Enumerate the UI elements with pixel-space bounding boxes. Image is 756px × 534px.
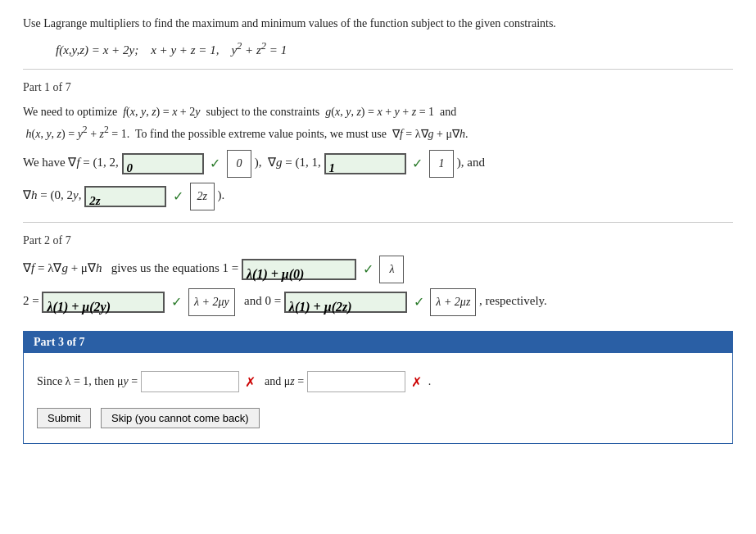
muy-input[interactable] [141, 371, 239, 392]
part1-section: Part 1 of 7 We need to optimize f(x, y, … [23, 81, 733, 210]
check4-icon: ✓ [363, 262, 373, 276]
eq2-answer-box: λ + 2μy [188, 288, 235, 316]
submit-button[interactable]: Submit [37, 408, 91, 428]
cross2-icon: ✗ [411, 375, 422, 389]
part3-body: Since λ = 1, then μy = ✗ and μz = ✗ . Su… [24, 353, 732, 443]
input3-filled: 2z [84, 186, 166, 207]
instruction-text: Use Lagrange multipliers to find the max… [23, 15, 733, 32]
formula-display: f(x,y,z) = x + 2y; x + y + z = 1, y2 + z… [56, 40, 733, 57]
part3-label: Part 3 of 7 [34, 336, 85, 348]
check2-icon: ✓ [412, 156, 423, 170]
check3-icon: ✓ [173, 189, 183, 203]
part1-label: Part 1 of 7 [23, 81, 733, 94]
row2-end-text: ). [217, 189, 224, 202]
part2-row1: ∇f = λ∇g + μ∇h gives us the equations 1 … [23, 256, 733, 283]
part3-section: Part 3 of 7 Since λ = 1, then μy = ✗ and… [23, 331, 733, 444]
eq2-prefix-text: 2 = [23, 295, 42, 308]
part3-and-text: and μz = [262, 375, 307, 387]
input1-filled: 0 [122, 153, 204, 174]
row1-end-text: ), and [457, 156, 485, 170]
eq3-resp-text: , respectively. [479, 295, 547, 308]
part1-row2: ∇h = (0, 2y, 2z ✓ 2z ). [23, 183, 733, 210]
problem-statement: Use Lagrange multipliers to find the max… [23, 15, 733, 57]
answer2-box: 1 [429, 150, 454, 178]
period-text: . [428, 375, 432, 387]
input2-filled: 1 [324, 153, 406, 174]
answer1-box: 0 [227, 150, 251, 178]
answer3-box: 2z [190, 183, 215, 210]
part2-row2: 2 = λ(1) + μ(2y) ✓ λ + 2μy and 0 = λ(1) … [23, 288, 733, 316]
part3-header: Part 3 of 7 [24, 332, 732, 353]
check1-icon: ✓ [210, 156, 220, 170]
eq1-filled: λ(1) + μ(0) [242, 259, 356, 280]
check6-icon: ✓ [414, 295, 424, 309]
part2-label: Part 2 of 7 [23, 234, 733, 247]
divider2 [23, 222, 733, 223]
row2-prefix-text: ∇h = (0, 2y, [23, 189, 84, 202]
part3-buttons: Submit Skip (you cannot come back) [37, 407, 719, 430]
eq3-answer-box: λ + 2μz [430, 288, 476, 316]
eq2-filled: λ(1) + μ(2y) [42, 292, 165, 313]
eq2-and-text: and 0 = [238, 295, 283, 308]
check5-icon: ✓ [171, 295, 182, 309]
part2-intro-text: ∇f = λ∇g + μ∇h gives us the equations 1 … [23, 262, 242, 275]
formula-text: f(x,y,z) = x + 2y; x + y + z = 1, y2 + z… [56, 43, 287, 57]
muz-input[interactable] [307, 371, 405, 392]
cross1-icon: ✗ [245, 375, 256, 389]
skip-button[interactable]: Skip (you cannot come back) [101, 408, 260, 428]
row1-mid-text: ), ∇g = (1, 1, [255, 156, 324, 170]
divider1 [23, 69, 733, 70]
part1-text: We need to optimize f(x, y, z) = x + 2y … [23, 102, 733, 143]
part3-row1: Since λ = 1, then μy = ✗ and μz = ✗ . [37, 369, 719, 396]
part1-row1: We have ∇f = (1, 2, 0 ✓ 0 ), ∇g = (1, 1,… [23, 150, 733, 178]
part2-section: Part 2 of 7 ∇f = λ∇g + μ∇h gives us the … [23, 234, 733, 316]
part3-text1: Since λ = 1, then μy = [37, 375, 141, 387]
eq1-answer-box: λ [379, 256, 404, 283]
part1-body: We need to optimize f(x, y, z) = x + 2y … [23, 102, 733, 143]
row1-prefix-text: We have ∇f = (1, 2, [23, 156, 122, 170]
eq3-filled: λ(1) + μ(2z) [284, 292, 407, 313]
